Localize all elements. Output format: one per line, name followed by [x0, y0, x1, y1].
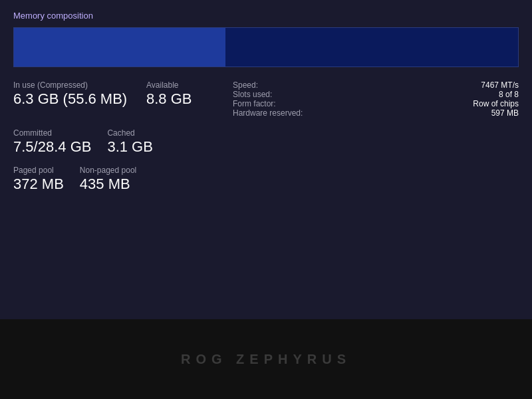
right-stats-group: Speed: 7467 MT/s Slots used: 8 of 8 Form… [233, 80, 519, 118]
committed-group: Committed 7.5/28.4 GB [13, 128, 91, 155]
hardware-reserved-value: 597 MB [491, 108, 519, 118]
cached-value: 3.1 GB [107, 139, 152, 155]
non-paged-pool-group: Non-paged pool 435 MB [80, 166, 136, 192]
available-group: Available 8.8 GB [146, 80, 233, 118]
form-factor-value: Row of chips [473, 99, 519, 108]
memory-bar-fill [14, 28, 225, 66]
form-factor-row: Form factor: Row of chips [233, 99, 519, 108]
in-use-value: 6.3 GB (55.6 MB) [13, 91, 146, 107]
in-use-group: In use (Compressed) 6.3 GB (55.6 MB) [13, 80, 146, 118]
screen: Memory composition In use (Compressed) 6… [0, 0, 532, 399]
speed-label: Speed: [233, 80, 258, 90]
cached-label: Cached [107, 128, 152, 138]
committed-label: Committed [13, 128, 91, 138]
memory-bar [13, 27, 519, 67]
speed-row: Speed: 7467 MT/s [233, 80, 519, 90]
hardware-reserved-row: Hardware reserved: 597 MB [233, 108, 519, 118]
slots-value: 8 of 8 [499, 90, 519, 99]
available-value: 8.8 GB [146, 91, 233, 107]
brand-text: ROG ZEPHYRUS [181, 352, 351, 367]
hardware-reserved-label: Hardware reserved: [233, 108, 303, 118]
cached-group: Cached 3.1 GB [107, 128, 152, 155]
memory-panel: Memory composition In use (Compressed) 6… [0, 0, 532, 319]
in-use-label: In use (Compressed) [13, 80, 146, 90]
slots-label: Slots used: [233, 90, 272, 99]
third-stats-row: Paged pool 372 MB Non-paged pool 435 MB [13, 166, 519, 192]
paged-pool-group: Paged pool 372 MB [13, 166, 64, 192]
paged-pool-label: Paged pool [13, 166, 64, 175]
speed-value: 7467 MT/s [481, 80, 519, 90]
paged-pool-value: 372 MB [13, 176, 64, 192]
form-factor-label: Form factor: [233, 99, 276, 108]
panel-title: Memory composition [13, 11, 519, 21]
committed-value: 7.5/28.4 GB [13, 139, 91, 155]
non-paged-pool-value: 435 MB [80, 176, 136, 192]
non-paged-pool-label: Non-paged pool [80, 166, 136, 175]
bottom-bar: ROG ZEPHYRUS [0, 319, 532, 399]
available-label: Available [146, 80, 233, 90]
top-stats-section: In use (Compressed) 6.3 GB (55.6 MB) Ava… [13, 80, 519, 118]
slots-row: Slots used: 8 of 8 [233, 90, 519, 99]
second-stats-row: Committed 7.5/28.4 GB Cached 3.1 GB [13, 128, 519, 155]
